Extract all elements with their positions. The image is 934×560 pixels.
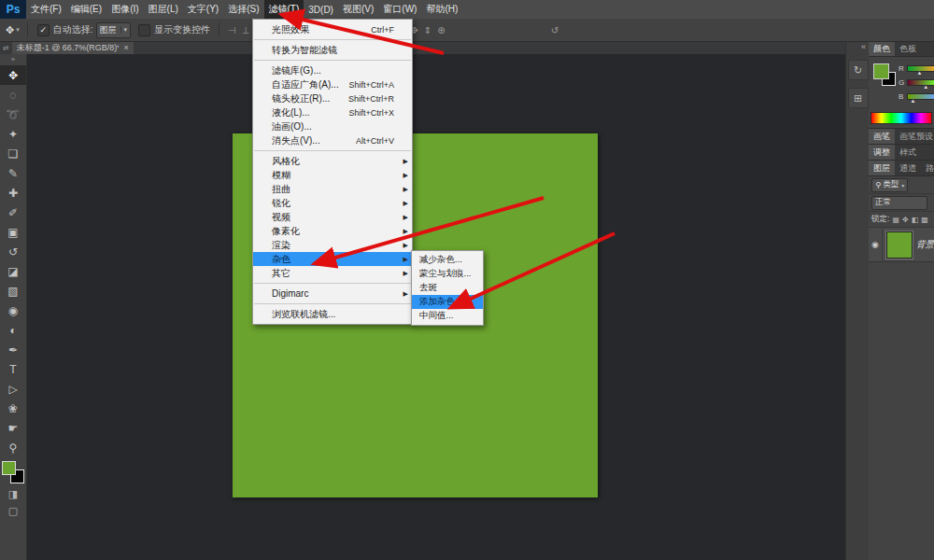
filter-menu-item[interactable]: 光照效果Ctrl+F: [253, 22, 412, 36]
auto-select-checkbox[interactable]: ✓: [37, 24, 50, 36]
blur-tool[interactable]: ◉: [0, 301, 26, 320]
zoom-tool[interactable]: ⚲: [0, 438, 26, 457]
pen-tool[interactable]: ✒: [0, 340, 26, 359]
lock-icon-4[interactable]: ▩: [921, 216, 928, 224]
menubar-item-8[interactable]: 3D(D): [304, 0, 338, 19]
tab-brush-2[interactable]: 画笔预设: [895, 129, 934, 144]
filter-menu-item[interactable]: 视频▶: [253, 210, 412, 224]
color-spectrum-ramp[interactable]: [870, 112, 932, 124]
menubar-item-1[interactable]: 文件(F): [26, 0, 66, 19]
lock-icon-1[interactable]: ▦: [892, 216, 899, 224]
filter-menu-item[interactable]: 扭曲▶: [253, 182, 412, 196]
menubar-item-5[interactable]: 文字(Y): [183, 0, 223, 19]
channel-slider[interactable]: ▲: [907, 79, 934, 86]
layer-filter-dropdown[interactable]: ⚲ 类型 ▾: [871, 178, 908, 192]
type-tool[interactable]: T: [0, 359, 26, 379]
foreground-color-swatch[interactable]: [873, 63, 889, 79]
tab-layers-1[interactable]: 图层: [869, 161, 895, 175]
filter-menu-item[interactable]: 浏览联机滤镜...: [253, 307, 412, 321]
quick-selection-tool[interactable]: ✦: [0, 124, 26, 144]
history-brush-tool[interactable]: ↺: [0, 242, 26, 261]
filter-menu-item[interactable]: 滤镜库(G)...: [253, 63, 412, 77]
noise-submenu-item[interactable]: 去斑: [412, 281, 483, 295]
marquee-tool[interactable]: ◌: [0, 85, 26, 105]
eyedropper-tool[interactable]: ✎: [0, 163, 26, 183]
lasso-tool[interactable]: ➰: [0, 105, 26, 124]
auto-select-target-dropdown[interactable]: 图层 ▾: [96, 22, 132, 38]
slider-marker[interactable]: ▲: [923, 84, 928, 90]
app-logo[interactable]: Ps: [0, 0, 26, 19]
clone-stamp-tool[interactable]: ▣: [0, 222, 26, 242]
blend-mode-dropdown[interactable]: 正常: [871, 196, 927, 210]
noise-submenu-item[interactable]: 添加杂色...: [412, 295, 483, 309]
noise-submenu-item[interactable]: 减少杂色...: [412, 253, 483, 267]
layer-visibility-eye-icon[interactable]: ◉: [869, 228, 883, 261]
path-selection-tool[interactable]: ▷: [0, 379, 26, 399]
filter-menu-item[interactable]: 锐化▶: [253, 196, 412, 210]
tab-color-1[interactable]: 颜色: [869, 41, 895, 56]
hand-tool[interactable]: ☛: [0, 418, 26, 438]
show-transform-checkbox[interactable]: [138, 24, 150, 36]
brush-tool[interactable]: ✐: [0, 203, 26, 222]
toolbar-collapse-icon[interactable]: »: [11, 54, 15, 65]
filter-menu-item[interactable]: 油画(O)...: [253, 119, 412, 133]
menubar-item-4[interactable]: 图层(L): [144, 0, 183, 19]
filter-menu-item[interactable]: 转换为智能滤镜: [253, 43, 412, 57]
document-tab[interactable]: 未标题-1 @ 66.7%(RGB/8)* ×: [12, 41, 134, 54]
menubar-item-11[interactable]: 帮助(H): [421, 0, 462, 19]
close-icon[interactable]: ×: [123, 43, 128, 52]
rotate-view-icon[interactable]: ↺: [551, 25, 559, 35]
foreground-color-swatch[interactable]: [2, 461, 16, 475]
tab-layers-3[interactable]: 路径: [921, 161, 934, 175]
menubar-item-3[interactable]: 图像(I): [106, 0, 143, 19]
filter-menu-item[interactable]: 杂色▶: [253, 252, 412, 266]
tab-layers-2[interactable]: 通道: [895, 161, 921, 175]
lock-icon-3[interactable]: ◧: [912, 216, 919, 224]
eraser-tool[interactable]: ◪: [0, 261, 26, 281]
crop-tool[interactable]: ❏: [0, 144, 26, 163]
tab-adjust-2[interactable]: 样式: [895, 145, 921, 160]
filter-menu-item[interactable]: 自适应广角(A)...Shift+Ctrl+A: [253, 77, 412, 91]
spot-healing-tool[interactable]: ✚: [0, 183, 26, 203]
menubar-item-2[interactable]: 编辑(E): [66, 0, 106, 19]
move-tool[interactable]: ✥: [0, 65, 26, 85]
filter-menu-item[interactable]: 风格化▶: [253, 154, 412, 168]
filter-menu-item[interactable]: 镜头校正(R)...Shift+Ctrl+R: [253, 91, 412, 105]
noise-submenu-item[interactable]: 中间值...: [412, 309, 483, 323]
channel-slider[interactable]: ▲: [907, 93, 934, 100]
screen-mode-button[interactable]: ▢: [0, 502, 26, 519]
filter-menu-item[interactable]: 消失点(V)...Alt+Ctrl+V: [253, 133, 412, 147]
menubar-item-6[interactable]: 选择(S): [223, 0, 263, 19]
arrange-documents-icon[interactable]: ⇄: [0, 41, 12, 54]
layer-thumbnail[interactable]: [886, 231, 913, 259]
slider-marker[interactable]: ▲: [917, 70, 923, 76]
move-tool-icon[interactable]: ✥: [6, 24, 14, 36]
align-icon-1[interactable]: ⊣: [228, 25, 236, 35]
slider-marker[interactable]: ▲: [910, 98, 915, 104]
noise-submenu-item[interactable]: 蒙尘与划痕...: [412, 267, 483, 281]
menubar-item-10[interactable]: 窗口(W): [378, 0, 421, 19]
menubar-item-9[interactable]: 视图(V): [338, 0, 378, 19]
filter-menu-item[interactable]: 其它▶: [253, 266, 412, 280]
menubar-item-7[interactable]: 滤镜(T): [264, 0, 304, 19]
filter-menu-item[interactable]: 模糊▶: [253, 168, 412, 182]
history-panel-icon[interactable]: ↻: [848, 60, 869, 80]
properties-panel-icon[interactable]: ⊞: [848, 88, 869, 108]
channel-slider[interactable]: ▲: [907, 65, 934, 72]
filter-menu-item[interactable]: 渲染▶: [253, 238, 412, 252]
tool-preset-arrow-icon[interactable]: ▾: [16, 26, 20, 34]
tab-brush-1[interactable]: 画笔: [869, 129, 895, 144]
3d-mode-icon-4[interactable]: ⇕: [424, 25, 432, 35]
tab-color-2[interactable]: 色板: [895, 41, 921, 56]
3d-mode-icon-5[interactable]: ⊕: [437, 25, 445, 35]
filter-menu-item[interactable]: 液化(L)...Shift+Ctrl+X: [253, 105, 412, 119]
align-icon-2[interactable]: ⊥: [242, 25, 250, 35]
filter-menu-item[interactable]: 像素化▶: [253, 224, 412, 238]
tab-adjust-1[interactable]: 调整: [869, 145, 895, 160]
layer-row[interactable]: ◉ 背景: [869, 228, 934, 262]
custom-shape-tool[interactable]: ❀: [0, 399, 26, 418]
quick-mask-button[interactable]: ◨: [0, 485, 26, 502]
gradient-tool[interactable]: ▧: [0, 281, 26, 301]
lock-icon-2[interactable]: ✥: [902, 216, 909, 224]
dodge-tool[interactable]: ◐: [0, 320, 26, 340]
